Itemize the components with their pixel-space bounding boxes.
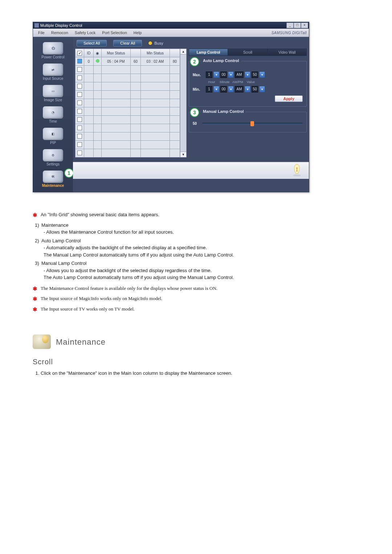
- table-row[interactable]: [75, 141, 180, 149]
- input-source-icon: ⇄: [43, 63, 63, 76]
- max-minute-dd[interactable]: ▾: [228, 72, 233, 78]
- min-ampm-dd[interactable]: ▾: [245, 86, 250, 92]
- table-row[interactable]: [75, 107, 180, 116]
- row-checkbox[interactable]: [77, 117, 82, 122]
- section-title: Maintenance: [56, 336, 106, 348]
- row-max-val: [131, 116, 141, 124]
- row-max-val: 60: [131, 57, 141, 66]
- min-ampm-input[interactable]: AM: [235, 86, 244, 93]
- table-row[interactable]: [75, 149, 180, 157]
- info-grid-note: ✱ An "Info Grid" showing several basic d…: [33, 210, 345, 219]
- row-max-status: [102, 132, 131, 141]
- sidebar-item-pip[interactable]: ◧ PIP: [37, 126, 69, 147]
- grid-header-status[interactable]: ◉: [94, 49, 102, 57]
- row-checkbox[interactable]: [77, 109, 82, 114]
- grid-header-max-status[interactable]: Max Status: [102, 49, 131, 57]
- row-id: [84, 149, 94, 157]
- row-max-val: [131, 91, 141, 99]
- table-row[interactable]: [75, 124, 180, 132]
- table-row[interactable]: 005 : 04 PM6003 : 02 AM80: [75, 57, 180, 66]
- min-value-input[interactable]: 50: [252, 86, 258, 93]
- menu-help[interactable]: Help: [131, 30, 145, 36]
- min-minute-dd[interactable]: ▾: [228, 86, 233, 92]
- info-grid: ✔ ID ◉ Max Status Min Status 005 : 04 PM…: [75, 49, 187, 157]
- row-min-status: [141, 141, 170, 149]
- menu-remocon[interactable]: Remocon: [48, 30, 71, 36]
- slider-thumb-icon[interactable]: [250, 121, 254, 126]
- min-hour-input[interactable]: 1: [206, 86, 212, 93]
- table-row[interactable]: [75, 66, 180, 74]
- max-minute-input[interactable]: 00: [220, 71, 227, 78]
- row-checkbox[interactable]: [77, 84, 82, 89]
- clear-all-button[interactable]: Clear All: [113, 40, 142, 46]
- row-id: [84, 66, 94, 74]
- row-min-val: [170, 91, 180, 99]
- mdc-window: Multiple Display Control _ □ × File Remo…: [33, 22, 309, 192]
- max-value-dd[interactable]: ▾: [260, 72, 265, 78]
- row-min-val: 80: [170, 57, 180, 66]
- row-max-val: [131, 141, 141, 149]
- warning-icon: [291, 164, 302, 177]
- row-min-status: [141, 116, 170, 124]
- sidebar-item-settings[interactable]: ⚙ Settings: [37, 148, 69, 168]
- close-button[interactable]: ×: [301, 22, 308, 28]
- table-row[interactable]: [75, 74, 180, 82]
- row-checkbox[interactable]: [77, 142, 82, 147]
- max-hour-input[interactable]: 1: [206, 71, 212, 78]
- apply-button[interactable]: Apply: [275, 95, 303, 102]
- select-all-button[interactable]: Select All: [77, 40, 107, 46]
- grid-header-max-val[interactable]: [131, 49, 141, 57]
- sidebar-item-input-source[interactable]: ⇄ Input Source: [37, 62, 69, 83]
- sidebar-item-power-control[interactable]: ⏻ Power Control: [37, 41, 69, 61]
- tab-video-wall[interactable]: Video Wall: [268, 49, 307, 56]
- row-max-status: [102, 82, 131, 91]
- row-checkbox[interactable]: [77, 126, 82, 130]
- minimize-button[interactable]: _: [286, 22, 294, 28]
- row-checkbox[interactable]: [77, 134, 82, 139]
- row-min-val: [170, 82, 180, 91]
- row-checkbox[interactable]: [77, 100, 82, 105]
- menu-file[interactable]: File: [35, 30, 48, 36]
- row-max-status: [102, 66, 131, 74]
- row-checkbox[interactable]: [77, 92, 82, 97]
- row-checkbox[interactable]: [77, 75, 82, 80]
- scroll-down-icon[interactable]: ▼: [180, 152, 186, 157]
- grid-scrollbar[interactable]: ▲ ▼: [180, 49, 187, 157]
- min-value-dd[interactable]: ▾: [260, 86, 265, 92]
- sidebar-item-maintenance[interactable]: 🛠 Maintenance 1: [37, 169, 69, 190]
- min-hour-dd[interactable]: ▾: [214, 86, 219, 92]
- table-row[interactable]: [75, 91, 180, 99]
- max-ampm-input[interactable]: AM: [235, 71, 244, 78]
- table-row[interactable]: [75, 116, 180, 124]
- row-checkbox[interactable]: [77, 59, 82, 63]
- row-checkbox[interactable]: [77, 67, 82, 72]
- scroll-up-icon[interactable]: ▲: [180, 49, 186, 54]
- menu-port-selection[interactable]: Port Selection: [99, 30, 130, 36]
- menu-safety-lock[interactable]: Safety Lock: [72, 30, 98, 36]
- maximize-button[interactable]: □: [294, 22, 301, 28]
- row-max-status: 05 : 04 PM: [102, 57, 131, 66]
- max-hour-dd[interactable]: ▾: [214, 72, 219, 78]
- row-checkbox[interactable]: [77, 151, 82, 155]
- table-row[interactable]: [75, 99, 180, 107]
- tab-scroll[interactable]: Scroll: [228, 49, 267, 56]
- tab-lamp-control[interactable]: Lamp Control: [189, 49, 228, 56]
- min-minute-input[interactable]: 00: [220, 86, 227, 93]
- sidebar-item-image-size[interactable]: ▭ Image Size: [37, 83, 69, 104]
- row-max-val: [131, 99, 141, 107]
- sidebar-item-time[interactable]: ◔ Time: [37, 105, 69, 126]
- grid-header-min-status[interactable]: Min Status: [141, 49, 170, 57]
- table-row[interactable]: [75, 132, 180, 141]
- statusbar: [73, 162, 309, 179]
- max-value-input[interactable]: 50: [252, 71, 258, 78]
- grid-header-min-val[interactable]: [170, 49, 180, 57]
- manual-lamp-slider[interactable]: [202, 123, 303, 125]
- right-panel: Lamp Control Scroll Video Wall 2 Auto La…: [189, 49, 307, 157]
- row-max-status: [102, 107, 131, 116]
- grid-header-check[interactable]: ✔: [75, 49, 84, 57]
- grid-header-row: ✔ ID ◉ Max Status Min Status: [75, 49, 180, 57]
- row-min-status: [141, 82, 170, 91]
- grid-header-id[interactable]: ID: [84, 49, 94, 57]
- max-ampm-dd[interactable]: ▾: [245, 72, 250, 78]
- table-row[interactable]: [75, 82, 180, 91]
